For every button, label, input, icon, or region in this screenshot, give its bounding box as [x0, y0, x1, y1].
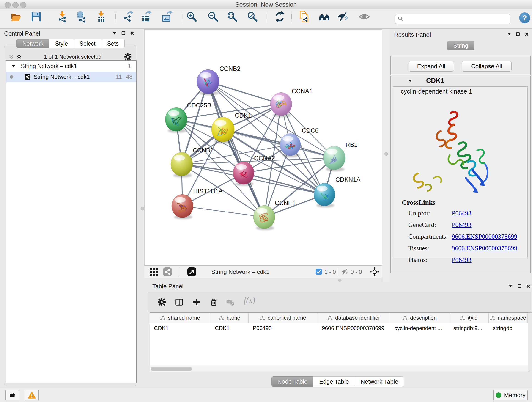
annotation-mode-icon[interactable] [187, 268, 196, 276]
column-header-canonical-name[interactable]: canonical name [249, 313, 318, 323]
panel-float-icon[interactable] [507, 33, 511, 35]
network-collection-row[interactable]: String Network – cdk1 1 [6, 61, 136, 71]
expand-all-tree-icon[interactable] [17, 55, 21, 59]
table-tab-network-table[interactable]: Network Table [355, 376, 404, 387]
results-panel-title: Results Panel [394, 31, 431, 38]
column-header-description[interactable]: description [390, 313, 449, 323]
add-column-icon[interactable] [192, 298, 201, 306]
hide-selected-icon[interactable] [337, 11, 349, 23]
import-network-file-icon[interactable] [56, 11, 68, 23]
panel-close-icon[interactable] [525, 32, 529, 36]
shared-column-icon [403, 316, 407, 320]
import-table-file-icon[interactable] [95, 11, 107, 23]
table-row[interactable]: CDK1CDK1P064939606.ENSP00000378699cyclin… [150, 323, 528, 333]
panel-close-icon[interactable] [526, 284, 530, 288]
birds-eye-view-icon[interactable] [319, 11, 331, 23]
expand-all-button[interactable]: Expand All [409, 61, 454, 71]
save-session-icon[interactable] [30, 11, 42, 23]
right-splitter-handle[interactable] [385, 152, 388, 156]
cloud-services-button[interactable] [5, 390, 19, 400]
column-header-shared-name[interactable]: shared name [150, 313, 211, 323]
open-session-icon[interactable] [10, 11, 22, 23]
column-header-label: @id [468, 315, 477, 321]
network-row-label: String Network – cdk1 [34, 74, 90, 80]
warnings-button[interactable] [25, 390, 39, 400]
gene-collapse-icon[interactable] [409, 80, 412, 82]
tab-style[interactable]: Style [50, 39, 74, 48]
zoom-selected-icon[interactable] [247, 11, 259, 23]
table-settings-gear-icon[interactable] [158, 298, 166, 306]
bottom-splitter-handle[interactable] [338, 279, 341, 282]
results-panel: Results Panel String Expand All Collapse… [389, 29, 532, 282]
grid-view-icon[interactable] [150, 268, 158, 276]
zoom-fit-icon[interactable] [226, 11, 238, 23]
crosslink-link[interactable]: P06493 [452, 221, 472, 229]
table-horizontal-scrollbar[interactable] [150, 366, 528, 372]
table-cell[interactable]: 9606.ENSP00000378699 [318, 323, 390, 333]
show-columns-icon[interactable] [175, 298, 183, 306]
search-input[interactable] [406, 15, 510, 23]
refresh-icon[interactable] [274, 11, 286, 23]
zoom-out-icon[interactable] [207, 11, 219, 23]
crosslink-link[interactable]: P06493 [452, 210, 472, 217]
import-network-database-icon[interactable] [76, 11, 88, 23]
column-header-namespace[interactable]: namespace [489, 313, 528, 323]
network-edge-ccnb2-ccne1[interactable] [208, 82, 264, 217]
tab-sets[interactable]: Sets [101, 39, 125, 48]
network-options-gear-icon[interactable] [124, 53, 132, 61]
help-icon[interactable]: ? [519, 12, 530, 23]
panel-maximize-icon[interactable] [516, 32, 520, 36]
collapse-all-tree-icon[interactable] [9, 55, 13, 59]
network-collection-label: String Network – cdk1 [21, 63, 77, 70]
node-label-ccnb2: CCNB2 [220, 65, 241, 72]
search-field[interactable] [395, 14, 510, 24]
panel-float-icon[interactable] [113, 32, 116, 34]
column-header--id[interactable]: @id [449, 313, 489, 323]
string-network-graph[interactable]: CCNB2CCNA1CDC25BCDK1CDC6RB1CCNB1CCNA2CDK… [145, 30, 382, 266]
column-header-database-identifier[interactable]: database identifier [318, 313, 390, 323]
table-cell[interactable]: stringdb [489, 323, 528, 333]
network-list: String Network – cdk1 1 String Network –… [6, 60, 137, 383]
table-vertical-scroll-strip[interactable] [528, 313, 532, 372]
table-tab-edge-table[interactable]: Edge Table [313, 376, 355, 387]
export-table-icon[interactable] [140, 11, 152, 23]
tab-network[interactable]: Network [17, 39, 50, 48]
table-cell[interactable]: CDK1 [211, 323, 249, 333]
table-cell[interactable]: CDK1 [150, 323, 211, 333]
table-cell[interactable]: cyclin-dependent ... [390, 323, 449, 333]
network-edge-hist1h1a-ccne1[interactable] [182, 206, 264, 217]
zoom-in-icon[interactable] [186, 11, 198, 23]
export-image-icon[interactable] [161, 11, 173, 23]
footer-separator [179, 268, 179, 276]
crosslink-link[interactable]: 9606.ENSP00000378699 [452, 245, 517, 252]
delete-column-trash-icon[interactable] [210, 298, 218, 306]
tab-select[interactable]: Select [74, 39, 101, 48]
column-header-name[interactable]: name [211, 313, 249, 323]
memory-button[interactable]: Memory [493, 390, 528, 400]
right-divider [382, 29, 390, 282]
control-panel-tabs: NetworkStyleSelectSets [17, 39, 125, 48]
table-tab-node-table[interactable]: Node Table [272, 376, 313, 387]
tree-expander-icon[interactable] [12, 65, 15, 67]
export-network-icon[interactable] [122, 11, 133, 23]
network-canvas[interactable]: CCNB2CCNA1CDC25BCDK1CDC6RB1CCNB1CCNA2CDK… [144, 29, 382, 266]
center-network-icon[interactable] [370, 267, 379, 276]
table-cell[interactable]: P06493 [249, 323, 318, 333]
left-splitter-handle[interactable] [141, 207, 144, 211]
panel-maximize-icon[interactable] [518, 284, 521, 288]
scrollbar-thumb[interactable] [151, 367, 192, 371]
crosslink-link[interactable]: 9606.ENSP00000378699 [452, 233, 517, 240]
hidden-eye-icon[interactable] [341, 268, 349, 276]
crosslink-link[interactable]: P06493 [452, 256, 472, 264]
network-badge-gray-icon[interactable] [163, 268, 172, 276]
results-tab-string[interactable]: String [447, 41, 474, 51]
collapse-all-button[interactable]: Collapse All [462, 61, 512, 71]
panel-close-icon[interactable] [130, 32, 134, 35]
selected-checkbox-icon[interactable] [316, 269, 322, 275]
show-all-icon[interactable] [358, 11, 370, 23]
duplicate-network-icon[interactable] [298, 11, 310, 23]
table-cell[interactable]: stringdb:9... [449, 323, 489, 333]
panel-maximize-icon[interactable] [121, 31, 125, 35]
panel-float-icon[interactable] [509, 285, 513, 287]
network-row-selected[interactable]: String Network – cdk1 11 48 [6, 71, 136, 82]
